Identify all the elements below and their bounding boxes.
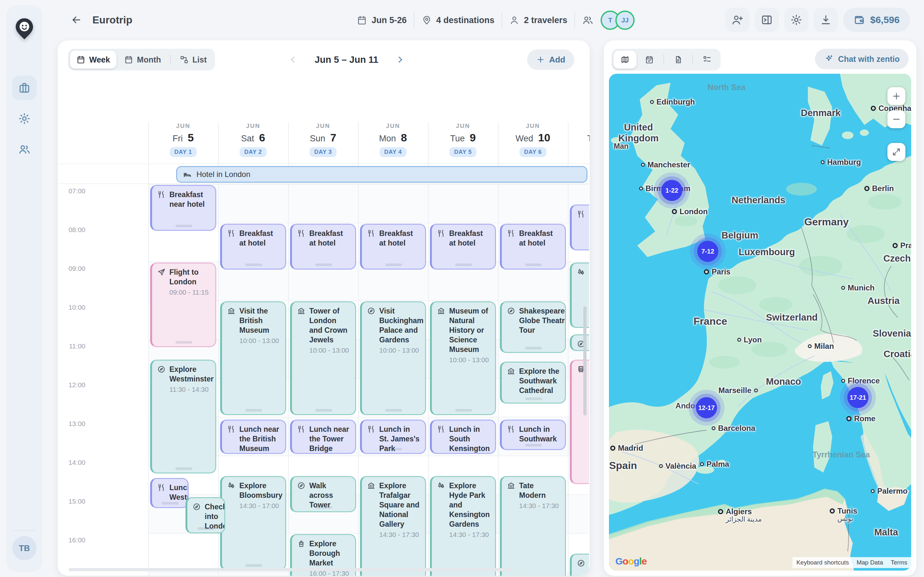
add-person-button[interactable] — [725, 8, 750, 32]
sidebar-users-button[interactable] — [12, 137, 37, 161]
event-card[interactable]: Lunch in St. James's Park — [360, 420, 426, 454]
event-card[interactable]: Tower of London and Crown Jewels10:00 - … — [290, 301, 356, 415]
chevron-left-icon — [288, 55, 298, 65]
day-header-tue: JUNTue 9DAY 5 — [428, 122, 498, 162]
compass-icon — [577, 559, 585, 567]
city-name: Edinburgh — [656, 97, 695, 106]
compass-icon — [577, 559, 585, 567]
panel-tab-list-todo[interactable] — [696, 51, 719, 69]
event-card[interactable]: Lunch near the British Museum — [220, 420, 286, 454]
trip-meta-0: Jun 5-26 — [357, 15, 407, 25]
event-card[interactable]: Breakfast near hotel — [150, 185, 216, 231]
travelers-group[interactable] — [582, 15, 594, 26]
gear-icon — [790, 14, 803, 26]
zoom-out-button[interactable] — [887, 110, 905, 128]
event-card[interactable]: Visit the British Museum10:00 - 13:00 — [220, 301, 286, 415]
plane-icon — [157, 268, 166, 276]
compass-icon — [192, 503, 201, 511]
event-card[interactable]: Explore Hyde Park and Kensington Gardens… — [430, 476, 496, 576]
back-button[interactable] — [67, 10, 86, 29]
country-label: France — [694, 316, 727, 327]
event-card[interactable]: Lunch in Westminster — [150, 478, 189, 508]
map[interactable]: North SeaTyrrhenian SeaUnited KingdomMan… — [609, 74, 911, 571]
day-badge: DAY 2 — [240, 147, 266, 157]
event-card[interactable]: Visit Buckingham Palace and Gardens10:00… — [360, 301, 426, 415]
trees-icon — [227, 482, 236, 490]
panel-tabs — [612, 49, 720, 71]
city-name: Madrid — [618, 444, 643, 453]
event-card[interactable]: Explore the Southwark Cathedral — [500, 362, 566, 404]
city-dot — [871, 106, 876, 111]
event-card[interactable]: Walk across Tower Bridge — [290, 476, 356, 512]
horizontal-scrollbar[interactable] — [69, 568, 513, 571]
vertical-scrollbar[interactable] — [583, 306, 586, 416]
user-avatar[interactable]: TB — [12, 536, 37, 560]
city-name: València — [666, 462, 696, 471]
sidebar-briefcase-button[interactable] — [12, 76, 37, 100]
bank-icon — [367, 482, 375, 490]
view-tab-week[interactable]: Week — [70, 51, 116, 69]
map-cluster-marker-7-12[interactable]: 7-12 — [697, 241, 718, 262]
next-week-button[interactable] — [395, 55, 405, 65]
event-card[interactable]: Breakfast at hotel — [360, 224, 426, 269]
briefcase-icon — [18, 81, 31, 94]
grid-line — [148, 122, 149, 184]
event-card[interactable]: Breakfast at hotel — [500, 224, 566, 269]
month-label: JUN — [148, 122, 218, 129]
add-event-button[interactable]: Add — [527, 49, 574, 70]
zoom-in-button[interactable] — [887, 87, 905, 105]
map-cluster-marker-12-17[interactable]: 12-17 — [696, 397, 717, 418]
fullscreen-button[interactable] — [887, 143, 905, 161]
attribution-link[interactable]: Terms — [887, 557, 911, 568]
event-card[interactable]: Tate Modern14:30 - 17:30 — [500, 476, 566, 576]
event-card[interactable]: Explore Bloomsbury14:30 - 17:00 — [220, 476, 286, 571]
city-name: Tunis — [837, 506, 857, 516]
event-card[interactable]: Lunch in Southwark — [500, 420, 566, 450]
view-tab-label: Week — [89, 55, 110, 64]
event-card[interactable]: Explore Westminster11:30 - 14:30 — [150, 359, 216, 474]
event-time: 14:30 - 17:30 — [519, 502, 561, 510]
settings-button[interactable] — [784, 8, 809, 32]
panel-tab-file[interactable] — [667, 51, 690, 69]
attribution-link[interactable]: Keyboard shortcuts — [792, 557, 853, 568]
panel-tab-calendar-check[interactable] — [638, 51, 661, 69]
panel-tab-map[interactable] — [614, 51, 636, 69]
view-tab-list[interactable]: List — [173, 51, 213, 69]
toggle-panel-button[interactable] — [754, 8, 779, 32]
map-cluster-marker-1-22[interactable]: 1-22 — [661, 180, 682, 201]
hotel-stay-bar-0[interactable]: Hotel in London — [176, 166, 588, 183]
view-tab-label: Month — [137, 55, 161, 64]
event-card[interactable]: Lunch in South Kensington — [430, 420, 496, 454]
plane-icon — [157, 268, 166, 276]
event-card[interactable]: Lunch near the Tower Bridge — [290, 420, 356, 454]
budget-button[interactable]: $6,596 — [843, 8, 910, 32]
day-badge: DAY 3 — [310, 147, 336, 157]
event-title: Lunch in South Kensington — [449, 424, 491, 453]
prev-week-button[interactable] — [288, 55, 298, 65]
trip-meta-1: 4 destinations — [422, 15, 495, 25]
event-card[interactable]: Breakfast at hotel — [290, 224, 356, 269]
view-tab-month[interactable]: Month — [118, 51, 168, 69]
event-card[interactable]: Check into London — [186, 497, 225, 533]
map-cluster-marker-17-21[interactable]: 17-21 — [847, 387, 869, 408]
month-label: JUN — [568, 122, 590, 129]
event-title: Museum of Natural History or Science Mus… — [449, 306, 491, 354]
event-card[interactable]: Breakfast at hotel — [570, 205, 589, 250]
event-card[interactable]: Breakfast at hotel — [220, 224, 286, 269]
bank-icon — [227, 307, 236, 315]
city-label-tunis: Tunisتونس — [830, 506, 857, 516]
event-card[interactable]: Explore Montmartre16:30 - 18:30 — [570, 554, 589, 576]
event-card[interactable]: Breakfast at hotel — [430, 224, 496, 269]
utensils-icon — [437, 229, 445, 237]
event-card[interactable]: Museum of Natural History or Science Mus… — [430, 301, 496, 415]
event-card[interactable]: Explore Trafalgar Square and National Ga… — [360, 476, 426, 576]
event-card[interactable]: Shakespeare's Globe Theatre Tour — [500, 301, 566, 353]
sidebar-gear-button[interactable] — [12, 106, 37, 131]
event-card[interactable]: Flight to London09:00 - 11:15 — [150, 263, 216, 347]
trees-icon — [577, 268, 585, 276]
download-button[interactable] — [814, 8, 838, 32]
calendar-icon — [124, 55, 133, 64]
attribution-link[interactable]: Map Data — [853, 557, 887, 568]
avatar-jj[interactable]: JJ — [615, 11, 635, 30]
chat-with-zentio-button[interactable]: Chat with zentio — [815, 49, 909, 69]
